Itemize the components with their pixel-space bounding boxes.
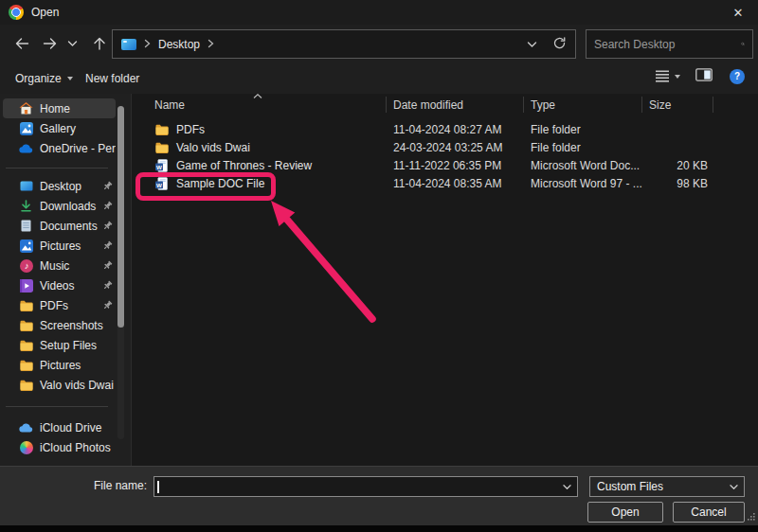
sidebar-item-home[interactable]: Home bbox=[3, 98, 116, 118]
forward-button[interactable] bbox=[38, 32, 63, 55]
navigation-bar: Desktop bbox=[0, 25, 758, 62]
sidebar-item-label: Valo vids Dwai bbox=[40, 379, 114, 392]
sidebar-item-desktop[interactable]: Desktop bbox=[3, 176, 116, 196]
gallery-icon bbox=[19, 121, 33, 135]
recent-locations-button[interactable] bbox=[63, 32, 81, 55]
window-title: Open bbox=[31, 6, 59, 19]
column-header-size[interactable]: Size bbox=[649, 98, 671, 112]
view-mode-caret-icon bbox=[675, 75, 680, 79]
pin-icon bbox=[102, 300, 113, 313]
organize-button[interactable]: Organize bbox=[15, 69, 73, 88]
sidebar-item-label: OneDrive - Persor bbox=[40, 142, 116, 155]
file-name-input[interactable] bbox=[159, 480, 560, 493]
back-button[interactable] bbox=[9, 32, 34, 55]
help-button[interactable]: ? bbox=[730, 69, 745, 84]
file-type-select[interactable]: Custom Files bbox=[589, 476, 745, 497]
address-dropdown-icon[interactable] bbox=[527, 38, 537, 51]
sidebar-item-pictures-folder[interactable]: Pictures bbox=[3, 355, 116, 375]
view-mode-button[interactable] bbox=[656, 70, 680, 82]
file-size: 20 KB bbox=[641, 159, 708, 172]
svg-text:W: W bbox=[156, 181, 162, 187]
file-name: Sample DOC File bbox=[176, 177, 264, 190]
pin-icon bbox=[102, 221, 113, 234]
folder-icon bbox=[154, 122, 169, 136]
file-size: 98 KB bbox=[641, 177, 708, 190]
column-divider[interactable] bbox=[641, 97, 642, 113]
search-box[interactable] bbox=[586, 29, 753, 59]
file-name-combobox[interactable] bbox=[153, 476, 578, 497]
chrome-logo-icon bbox=[9, 5, 24, 20]
sidebar-item-onedrive[interactable]: OneDrive - Persor bbox=[3, 138, 116, 158]
folder-icon bbox=[19, 318, 33, 332]
title-bar: Open ✕ bbox=[0, 0, 758, 25]
close-button[interactable]: ✕ bbox=[724, 2, 752, 23]
pin-icon bbox=[102, 181, 113, 194]
sidebar-divider bbox=[0, 395, 131, 417]
cancel-button[interactable]: Cancel bbox=[673, 502, 745, 523]
navigation-sidebar: Home Gallery OneDrive - Persor bbox=[0, 94, 131, 466]
file-row-valo-vids[interactable]: Valo vids Dwai 24-03-2024 03:25 AM File … bbox=[132, 138, 758, 156]
sidebar-item-documents[interactable]: Documents bbox=[3, 216, 116, 236]
file-row-game-of-thrones[interactable]: W Game of Thrones - Review 11-11-2022 06… bbox=[132, 156, 758, 174]
organize-caret-icon bbox=[67, 77, 73, 80]
downloads-icon bbox=[19, 199, 33, 213]
sidebar-item-videos[interactable]: Videos bbox=[3, 275, 116, 295]
file-name-dropdown-icon[interactable] bbox=[563, 480, 571, 493]
file-type: Microsoft Word 97 - ... bbox=[531, 177, 642, 190]
new-folder-label: New folder bbox=[85, 72, 139, 85]
sidebar-item-downloads[interactable]: Downloads bbox=[3, 196, 116, 216]
sidebar-item-pictures[interactable]: Pictures bbox=[3, 236, 116, 256]
help-icon: ? bbox=[734, 71, 740, 81]
bottom-edge bbox=[0, 525, 758, 532]
search-input[interactable] bbox=[594, 38, 741, 51]
column-header-name[interactable]: Name bbox=[154, 98, 185, 112]
sort-ascending-icon bbox=[253, 94, 262, 98]
sidebar-item-label: Gallery bbox=[40, 122, 76, 135]
open-file-dialog: Open ✕ Desktop bbox=[0, 0, 758, 532]
column-divider[interactable] bbox=[713, 97, 713, 113]
breadcrumb-location[interactable]: Desktop bbox=[158, 38, 200, 51]
column-header-type[interactable]: Type bbox=[531, 98, 555, 112]
sidebar-item-icloud-photos[interactable]: iCloud Photos bbox=[3, 437, 116, 457]
file-date-modified: 24-03-2024 03:25 AM bbox=[393, 141, 502, 154]
close-icon: ✕ bbox=[733, 6, 744, 20]
command-toolbar: Organize New folder ? bbox=[0, 62, 758, 94]
file-rows: PDFs 11-04-2024 08:27 AM File folder Val… bbox=[132, 115, 758, 192]
home-icon bbox=[19, 101, 33, 115]
sidebar-item-valo-vids[interactable]: Valo vids Dwai bbox=[3, 375, 116, 395]
column-divider[interactable] bbox=[523, 97, 524, 113]
file-type: Microsoft Word Doc... bbox=[531, 159, 640, 172]
preview-pane-button[interactable] bbox=[695, 68, 713, 84]
sidebar-item-screenshots[interactable]: Screenshots bbox=[3, 315, 116, 335]
file-name: Valo vids Dwai bbox=[176, 141, 250, 154]
sidebar-item-label: PDFs bbox=[40, 299, 68, 312]
sidebar-item-label: iCloud Photos bbox=[40, 441, 111, 454]
file-date-modified: 11-04-2024 08:35 AM bbox=[393, 177, 502, 190]
folder-icon bbox=[19, 338, 33, 352]
sidebar-item-setup-files[interactable]: Setup Files bbox=[3, 335, 116, 355]
file-row-pdfs[interactable]: PDFs 11-04-2024 08:27 AM File folder bbox=[132, 120, 758, 138]
new-folder-button[interactable]: New folder bbox=[85, 69, 139, 88]
resize-grip[interactable] bbox=[746, 510, 755, 523]
breadcrumb-chevron-icon[interactable] bbox=[208, 38, 214, 51]
address-bar[interactable]: Desktop bbox=[112, 29, 576, 59]
sidebar-item-label: Documents bbox=[40, 220, 98, 233]
pin-icon bbox=[102, 240, 113, 254]
file-date-modified: 11-11-2022 06:35 PM bbox=[393, 159, 501, 172]
sidebar-item-label: Desktop bbox=[40, 180, 81, 193]
up-button[interactable] bbox=[87, 32, 112, 55]
sidebar-scrollbar-thumb[interactable] bbox=[117, 106, 124, 328]
file-name: PDFs bbox=[176, 123, 205, 136]
open-button[interactable]: Open bbox=[587, 502, 663, 523]
sidebar-item-music[interactable]: ♪ Music bbox=[3, 256, 116, 275]
sidebar-divider bbox=[0, 158, 131, 176]
column-header-date-modified[interactable]: Date modified bbox=[393, 98, 463, 112]
pictures-icon bbox=[19, 239, 33, 253]
organize-label: Organize bbox=[15, 72, 62, 85]
sidebar-item-pdfs[interactable]: PDFs bbox=[3, 295, 116, 315]
sidebar-item-icloud-drive[interactable]: iCloud Drive bbox=[3, 417, 116, 437]
file-row-sample-doc[interactable]: W Sample DOC File 11-04-2024 08:35 AM Mi… bbox=[132, 174, 758, 192]
refresh-icon[interactable] bbox=[552, 36, 567, 53]
sidebar-item-gallery[interactable]: Gallery bbox=[3, 118, 116, 138]
column-divider[interactable] bbox=[386, 97, 387, 113]
